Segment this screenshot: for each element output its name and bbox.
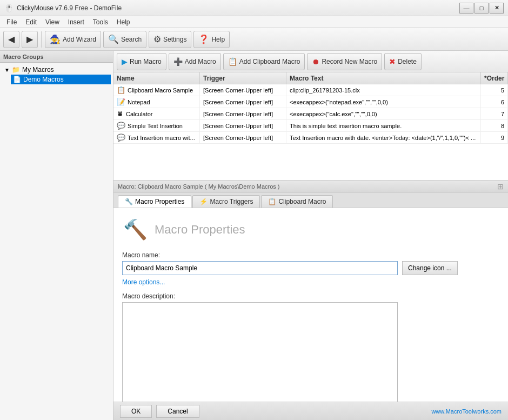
macro-cell-order: 6 xyxy=(481,96,508,108)
detail-icon-area: 🔨 xyxy=(122,217,148,243)
detail-content: 🔨 Macro Properties Macro name: Change ic… xyxy=(113,208,508,402)
tree-expand-icon: ▼ xyxy=(4,67,10,73)
tab-clipboard-macro[interactable]: 📋 Clipboard Macro xyxy=(261,195,333,208)
macro-cell-text: <execappex>("calc.exe","","",0,0) xyxy=(286,108,481,119)
col-macro-text: Macro Text xyxy=(286,72,481,84)
macro-triggers-tab-icon: ⚡ xyxy=(199,198,208,205)
run-macro-button[interactable]: ▶ Run Macro xyxy=(117,53,166,70)
macro-table-header: Name Trigger Macro Text *Order xyxy=(113,72,508,84)
help-icon: ❓ xyxy=(198,35,209,44)
table-row[interactable]: 📝Notepad[Screen Corner-Upper left]<execa… xyxy=(113,96,508,108)
menu-insert[interactable]: Insert xyxy=(64,17,89,27)
search-button[interactable]: 🔍 Search xyxy=(103,31,146,48)
change-icon-button[interactable]: Change icon ... xyxy=(402,261,458,275)
settings-icon: ⚙ xyxy=(153,35,161,44)
col-name: Name xyxy=(113,72,200,84)
macro-name-label: Macro name: xyxy=(122,251,499,259)
col-order: *Order xyxy=(481,72,508,84)
menu-edit[interactable]: Edit xyxy=(21,17,41,27)
macro-cell-order: 8 xyxy=(481,120,508,131)
macro-cell-trigger: [Screen Corner-Upper left] xyxy=(200,120,286,131)
detail-title-row: 🔨 Macro Properties xyxy=(122,217,499,243)
macro-cell-text: clip:clip_261791203-15.clx xyxy=(286,84,481,96)
macro-cell-name: 🖩Calculator xyxy=(113,108,200,119)
table-row[interactable]: 📋Clipboard Macro Sample[Screen Corner-Up… xyxy=(113,84,508,96)
tab-clipboard-macro-label: Clipboard Macro xyxy=(278,198,326,205)
back-icon: ◀ xyxy=(8,35,15,44)
macro-cell-name: 📝Notepad xyxy=(113,96,200,108)
left-panel: Macro Groups ▼ 📁 My Macros 📄 Demo Macros xyxy=(0,51,113,420)
title-bar: 🖱️ ClickyMouse v7.6.9 Free - DemoFile — … xyxy=(0,0,508,16)
macro-cell-order: 7 xyxy=(481,108,508,119)
detail-tabs: 🔧 Macro Properties ⚡ Macro Triggers 📋 Cl… xyxy=(113,193,508,208)
tab-macro-properties[interactable]: 🔧 Macro Properties xyxy=(118,195,191,208)
macro-groups-title: Macro Groups xyxy=(3,54,44,60)
main-layout: Macro Groups ▼ 📁 My Macros 📄 Demo Macros… xyxy=(0,51,508,420)
menu-help[interactable]: Help xyxy=(112,17,135,27)
more-options-link[interactable]: More options... xyxy=(122,278,499,286)
delete-button[interactable]: ✖ Delete xyxy=(384,53,422,70)
macro-list-area: Name Trigger Macro Text *Order 📋Clipboar… xyxy=(113,72,508,181)
forward-button[interactable]: ▶ xyxy=(22,31,38,48)
toolbar: ◀ ▶ 🧙 Add Wizard 🔍 Search ⚙ Settings ❓ H… xyxy=(0,28,508,51)
table-row[interactable]: 💬Text Insertion macro wit...[Screen Corn… xyxy=(113,132,508,144)
close-button[interactable]: ✕ xyxy=(490,3,504,14)
macro-properties-tab-icon: 🔧 xyxy=(125,198,133,205)
run-macro-label: Run Macro xyxy=(130,58,162,65)
tree-item-my-macros[interactable]: ▼ 📁 My Macros xyxy=(2,65,111,75)
record-new-macro-button[interactable]: ⏺ Record New Macro xyxy=(307,53,382,70)
add-wizard-label: Add Wizard xyxy=(63,36,96,43)
macro-cell-trigger: [Screen Corner-Upper left] xyxy=(200,132,286,143)
macro-cell-trigger: [Screen Corner-Upper left] xyxy=(200,108,286,119)
minimize-button[interactable]: — xyxy=(459,3,473,14)
menu-view[interactable]: View xyxy=(41,17,64,27)
add-wizard-button[interactable]: 🧙 Add Wizard xyxy=(45,31,101,48)
menu-bar: File Edit View Insert Tools Help xyxy=(0,16,508,28)
bottom-buttons: OK Cancel xyxy=(120,405,199,418)
tree-view: ▼ 📁 My Macros 📄 Demo Macros xyxy=(0,63,113,420)
search-icon: 🔍 xyxy=(108,35,119,44)
maximize-button[interactable]: □ xyxy=(474,3,489,14)
table-row[interactable]: 🖩Calculator[Screen Corner-Upper left]<ex… xyxy=(113,108,508,120)
back-button[interactable]: ◀ xyxy=(3,31,19,48)
menu-file[interactable]: File xyxy=(2,17,21,27)
detail-tools-icon: 🔨 xyxy=(123,218,148,241)
menu-tools[interactable]: Tools xyxy=(89,17,112,27)
macro-cell-name: 💬Simple Text Insertion xyxy=(113,120,200,131)
macro-cell-name: 📋Clipboard Macro Sample xyxy=(113,84,200,96)
macro-groups-header: Macro Groups xyxy=(0,51,113,63)
add-macro-button[interactable]: ➕ Add Macro xyxy=(169,53,221,70)
tab-macro-triggers-label: Macro Triggers xyxy=(210,198,253,205)
macro-cell-text: This is simple text insertion macro samp… xyxy=(286,120,481,131)
macro-name-input[interactable] xyxy=(122,261,398,275)
table-row[interactable]: 💬Simple Text Insertion[Screen Corner-Upp… xyxy=(113,120,508,132)
macro-description-field-group: Macro description: xyxy=(122,292,499,402)
folder-icon: 📁 xyxy=(12,66,20,74)
clipboard-macro-tab-icon: 📋 xyxy=(268,198,276,205)
add-clipboard-macro-button[interactable]: 📋 Add Clipboard Macro xyxy=(223,53,305,70)
add-macro-icon: ➕ xyxy=(173,57,183,66)
macro-cell-trigger: [Screen Corner-Upper left] xyxy=(200,84,286,96)
macro-description-textarea[interactable] xyxy=(122,302,398,402)
macro-cell-trigger: [Screen Corner-Upper left] xyxy=(200,96,286,108)
tree-item-my-macros-label: My Macros xyxy=(22,66,54,74)
tab-macro-triggers[interactable]: ⚡ Macro Triggers xyxy=(192,195,260,208)
detail-header-text: Macro: Clipboard Macro Sample ( My Macro… xyxy=(118,183,280,190)
tab-macro-properties-label: Macro Properties xyxy=(135,198,184,205)
add-clipboard-macro-label: Add Clipboard Macro xyxy=(239,58,300,65)
website-link[interactable]: www.MacroToolworks.com xyxy=(431,408,502,415)
detail-header-icon: ⊞ xyxy=(497,182,504,191)
help-button[interactable]: ❓ Help xyxy=(193,31,230,48)
macro-table-body: 📋Clipboard Macro Sample[Screen Corner-Up… xyxy=(113,84,508,180)
cancel-button[interactable]: Cancel xyxy=(156,405,199,418)
toolbar-separator-1 xyxy=(41,31,42,48)
macro-cell-order: 5 xyxy=(481,84,508,96)
delete-label: Delete xyxy=(398,58,417,65)
record-new-macro-label: Record New Macro xyxy=(322,58,377,65)
ok-button[interactable]: OK xyxy=(120,405,152,418)
settings-button[interactable]: ⚙ Settings xyxy=(149,31,191,48)
run-icon: ▶ xyxy=(122,57,128,66)
tree-item-demo-macros[interactable]: 📄 Demo Macros xyxy=(11,75,111,84)
detail-title: Macro Properties xyxy=(155,223,245,237)
title-text: ClickyMouse v7.6.9 Free - DemoFile xyxy=(17,4,122,12)
